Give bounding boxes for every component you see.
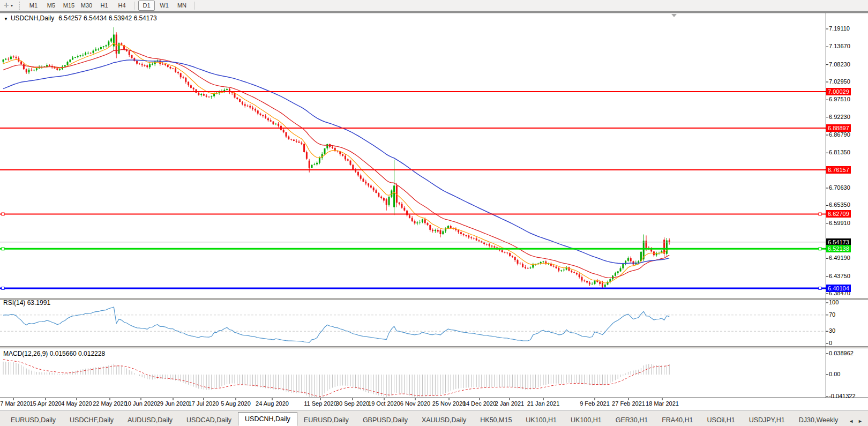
date-axis-label: 27 Mar 2020 [0,400,30,407]
tab-eurusd-daily[interactable]: EURUSD,Daily [4,414,62,426]
date-axis-label: 14 Dec 2020 [463,400,496,407]
tab-scroll-buttons: ◄ ► [845,418,868,426]
line-handle[interactable] [819,287,821,290]
symbol-tabbar: EURUSD,DailyUSDCHF,DailyAUDUSD,DailyUSDC… [0,410,868,426]
date-axis-label: 2 Jan 2021 [495,400,524,407]
date-axis-label: 18 Mar 2021 [646,400,679,407]
price-axis-tick-label: 6.65350 [829,201,850,208]
timeframe-toolbar: ✛ ▾ M1M5M15M30H1H4D1W1MN [0,0,868,11]
date-axis-label: 10 Jun 2020 [125,400,158,407]
tab-scroll-left-icon[interactable]: ◄ [849,418,854,424]
toolbar-separator [194,2,194,10]
timeframe-button-mn[interactable]: MN [174,1,190,11]
tab-uk100-h1[interactable]: UK100,H1 [564,414,608,426]
toolbar-separator [134,2,134,10]
chart-shift-marker-icon[interactable] [671,14,677,17]
price-axis-tick-label: 6.97510 [829,96,850,102]
timeframe-button-w1[interactable]: W1 [156,1,173,11]
price-axis-tick-label: 6.70630 [829,184,850,191]
tab-gbpusd-daily[interactable]: GBPUSD,Daily [356,414,414,426]
macd-signal-line [3,360,669,397]
price-axis-tick-label: 7.19110 [829,25,850,32]
toolbar-grip[interactable] [19,2,21,10]
tab-usdjpy-h1[interactable]: USDJPY,H1 [743,414,791,426]
trading-terminal: { "toolbar": { "timeframes": ["M1","M5",… [0,0,868,426]
date-axis-label: 25 Nov 2020 [432,400,466,407]
ohlc-values: 6.54257 6.54434 6.53942 6.54173 [58,14,157,22]
window-separator [0,11,868,13]
macd-axis-tick-label: -0.041322 [829,393,856,399]
date-axis-label: 22 May 2020 [93,400,127,407]
rsi-indicator-label: RSI(14) 63.1991 [3,299,50,307]
timeframe-button-m1[interactable]: M1 [25,1,42,11]
date-axis: 27 Mar 202015 Apr 20204 May 202022 May 2… [0,399,826,410]
macd-axis-tick-label: 0.00 [829,371,840,377]
symbol-dropdown-icon[interactable]: ▼ [4,17,8,21]
ma-slow-line [3,60,669,264]
ma-mid-line [3,50,669,278]
date-axis-label: 21 Jan 2021 [527,400,560,407]
price-axis-tick-label: 7.08230 [829,61,850,68]
tab-usdcad-daily[interactable]: USDCAD,Daily [180,414,238,426]
timeframe-buttons: M1M5M15M30H1H4D1W1MN [25,1,198,11]
line-handle[interactable] [819,213,821,215]
chart-title: ▼USDCNH,Daily6.54257 6.54434 6.53942 6.5… [4,14,157,22]
date-axis-label: 15 Apr 2020 [29,400,61,407]
timeframe-button-h1[interactable]: H1 [96,1,113,11]
rsi-axis-tick-label: 100 [829,299,839,305]
chart-canvas[interactable] [0,0,868,426]
tab-usdcnh-daily[interactable]: USDCNH,Daily [238,412,297,426]
tab-audusd-daily[interactable]: AUDUSD,Daily [121,414,179,426]
timeframe-button-m5[interactable]: M5 [43,1,59,11]
pane-frames [0,13,868,400]
tab-usdchf-daily[interactable]: USDCHF,Daily [63,414,120,426]
cursor-tool-dropdown-icon[interactable]: ▾ [11,3,17,8]
cursor-tool-icon[interactable]: ✛ [2,2,11,9]
tab-dj30-weekly[interactable]: DJ30,Weekly [792,414,844,426]
tab-eurusd-daily[interactable]: EURUSD,Daily [297,414,355,426]
price-axis-tick-label: 6.49190 [829,255,850,261]
level-price-label: 6.76157 [826,166,851,174]
date-axis-label: 24 Aug 2020 [256,400,289,407]
tab-ger30-h1[interactable]: GER30,H1 [609,414,654,426]
line-handle[interactable] [2,287,4,290]
tab-uk100-h1[interactable]: UK100,H1 [519,414,563,426]
macd-indicator-label: MACD(12,26,9) 0.015660 0.012228 [3,350,105,357]
level-price-label: 6.88897 [826,124,851,132]
price-axis: 7.191107.136707.082307.029506.975106.922… [826,0,868,410]
rsi-axis-tick-label: 30 [829,327,835,334]
date-axis-label: 30 Sep 2020 [336,400,369,407]
date-axis-label: 27 Feb 2021 [612,400,645,407]
line-handle[interactable] [819,248,821,250]
price-axis-tick-label: 6.59910 [829,220,850,226]
price-axis-tick-label: 6.81350 [829,149,850,155]
price-axis-tick-label: 7.02950 [829,78,850,85]
price-axis-tick-label: 6.92230 [829,114,850,120]
symbol-tabs: EURUSD,DailyUSDCHF,DailyAUDUSD,DailyUSDC… [0,411,845,426]
price-axis-tick-label: 6.43750 [829,273,850,279]
horizontal-level-lines[interactable] [0,92,826,290]
date-axis-label: 6 Nov 2020 [400,400,430,407]
line-handle[interactable] [2,213,4,215]
rsi-line [3,307,669,342]
timeframe-button-h4[interactable]: H4 [114,1,130,11]
timeframe-button-m15[interactable]: M15 [61,1,77,11]
rsi-axis-tick-label: 70 [829,311,835,318]
timeframe-button-d1[interactable]: D1 [138,1,155,11]
ma-fast-line [3,43,669,283]
price-axis-tick-label: 7.13670 [829,43,850,49]
tab-scroll-right-icon[interactable]: ► [858,418,863,424]
level-price-label: 6.62709 [826,210,851,218]
timeframe-button-m30[interactable]: M30 [78,1,95,11]
tab-fra40-h1[interactable]: FRA40,H1 [655,414,699,426]
tab-xauusd-daily[interactable]: XAUUSD,Daily [415,414,473,426]
macd-histogram [3,362,669,397]
level-price-label: 6.40104 [826,285,851,292]
date-axis-label: 9 Feb 2021 [580,400,610,407]
tab-hk50-m15[interactable]: HK50,M15 [474,414,518,426]
date-axis-label: 29 Jun 2020 [157,400,190,407]
date-axis-label: 19 Oct 2020 [368,400,400,407]
date-axis-label: 17 Jul 2020 [189,400,219,407]
tab-usoil-h1[interactable]: USOil,H1 [701,414,742,426]
line-handle[interactable] [2,248,4,250]
